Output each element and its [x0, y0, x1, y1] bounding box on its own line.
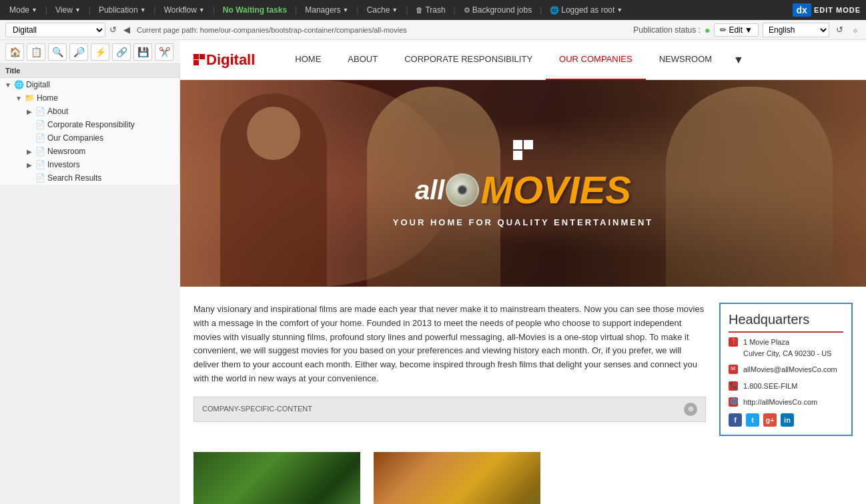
- search-tool-icon[interactable]: 🔍: [48, 43, 67, 61]
- hq-social-links: f t g+ in: [729, 413, 843, 427]
- hq-address: 1 Movie Plaza Culver City, CA 90230 - US: [743, 337, 831, 359]
- nav-newsroom[interactable]: NEWSROOM: [646, 40, 725, 80]
- sidebar-item-about[interactable]: ▶ 📄 About: [0, 105, 179, 118]
- thumbnail-1[interactable]: 6 JAN: [193, 452, 360, 505]
- site-selector[interactable]: Digitall ↺ ◀: [5, 23, 133, 37]
- refresh-button[interactable]: ↺: [107, 23, 119, 36]
- hq-title: Headquarters: [729, 312, 843, 333]
- trash-icon: 🗑: [416, 6, 423, 14]
- nav-more-button[interactable]: ▼: [725, 40, 752, 80]
- hq-phone-row[interactable]: 📞 1.800.SEE-FILM: [729, 381, 843, 392]
- managers-menu[interactable]: Managers ▼: [301, 4, 352, 16]
- hero-dvd-icon: [446, 173, 479, 207]
- nav-about[interactable]: ABOUT: [334, 40, 391, 80]
- site-dropdown[interactable]: Digitall: [5, 23, 105, 37]
- about-page-icon: 📄: [35, 107, 45, 116]
- edit-icon: ✏: [720, 25, 727, 35]
- hq-website-row[interactable]: 🌐 http://allMoviesCo.com: [729, 397, 843, 408]
- publication-menu[interactable]: Publication ▼: [95, 4, 150, 16]
- hero-pixel-1: [513, 140, 522, 149]
- sidebar-section: 🏠 📋 🔍 🔎 ⚡ 🔗 💾 ✂️ Title ▼ 🌐 Digitall ▼ 📁 …: [0, 40, 180, 504]
- hq-phone: 1.800.SEE-FILM: [743, 381, 797, 392]
- logged-user[interactable]: 🌐 Logged as root ▼: [546, 4, 626, 16]
- save-tool-icon[interactable]: 💾: [133, 43, 152, 61]
- dx-branding: dx EDIT MODE: [793, 3, 861, 17]
- thumb-2-bg: [374, 452, 540, 505]
- cache-label: Cache: [367, 5, 390, 15]
- no-waiting-tasks[interactable]: No Waiting tasks: [219, 4, 291, 16]
- person-right: [666, 87, 833, 287]
- thumbnail-row: 6 JAN 1 DEC: [180, 452, 866, 505]
- link-tool-icon[interactable]: 🔗: [112, 43, 131, 61]
- page-tool-icon[interactable]: 📋: [27, 43, 45, 61]
- thumbnail-2[interactable]: 1 DEC: [374, 452, 540, 505]
- trash-menu[interactable]: 🗑 Trash: [412, 4, 449, 16]
- lightning-tool-icon[interactable]: ⚡: [91, 43, 109, 61]
- sidebar-item-search-results[interactable]: 📄 Search Results: [0, 171, 179, 185]
- facebook-icon[interactable]: f: [729, 413, 742, 427]
- nav-home[interactable]: HOME: [282, 40, 334, 80]
- publication-status: Publication status : ● ✏ Edit ▼ English …: [633, 23, 861, 37]
- page-path: Current page path: home/our-companies/bo…: [137, 26, 629, 34]
- view-menu[interactable]: View ▼: [51, 4, 85, 16]
- user-icon: 🌐: [550, 6, 559, 15]
- lang-refresh-button[interactable]: ↺: [833, 23, 846, 36]
- content-bar-toggle[interactable]: ⊕: [684, 403, 697, 416]
- nav-our-companies[interactable]: OUR COMPANIES: [546, 40, 646, 80]
- hq-address-line2: Culver City, CA 90230 - US: [743, 348, 831, 359]
- edit-arrow: ▼: [745, 25, 753, 35]
- cache-arrow: ▼: [392, 7, 398, 13]
- our-companies-label: Our Companies: [47, 133, 103, 143]
- googleplus-icon[interactable]: g+: [763, 413, 777, 427]
- investors-page-icon: 📄: [35, 160, 45, 169]
- pub-status-label: Publication status :: [633, 25, 701, 35]
- site-header: Digitall HOME ABOUT CORPORATE RESPONSIBI…: [180, 40, 866, 80]
- home-tool-icon[interactable]: 🏠: [5, 43, 24, 61]
- zoom-tool-icon[interactable]: 🔎: [69, 43, 88, 61]
- logo-pixel-4: [199, 60, 205, 65]
- hero-brand: all MOVIES: [415, 171, 631, 209]
- edit-button[interactable]: ✏ Edit ▼: [714, 23, 759, 37]
- hq-website: http://allMoviesCo.com: [743, 397, 817, 408]
- lang-back-button[interactable]: ⬦: [850, 23, 861, 36]
- sidebar-item-digitall[interactable]: ▼ 🌐 Digitall: [0, 78, 179, 91]
- cut-tool-icon[interactable]: ✂️: [155, 43, 173, 61]
- person-left: [220, 93, 327, 287]
- background-jobs[interactable]: ⚙ Background jobs: [460, 4, 536, 16]
- corporate-page-icon: 📄: [35, 120, 45, 129]
- sidebar-item-newsroom[interactable]: ▶ 📄 Newsroom: [0, 145, 179, 158]
- body-text: Many visionary and inspirational films a…: [193, 303, 706, 386]
- logo-d: D: [206, 51, 217, 68]
- sidebar-item-our-companies[interactable]: 📄 Our Companies: [0, 131, 179, 145]
- thumb-1-bg: [193, 452, 360, 505]
- toggle-investors: ▶: [24, 161, 35, 169]
- workflow-arrow: ▼: [199, 7, 205, 13]
- pub-arrow: ▼: [140, 7, 146, 13]
- logo-pixels: [193, 54, 205, 65]
- hero-section: all MOVIES YOUR HOME FOR QUALITY ENTERTA…: [180, 80, 866, 287]
- linkedin-icon[interactable]: in: [781, 413, 794, 427]
- twitter-icon[interactable]: t: [746, 413, 759, 427]
- sidebar-item-investors[interactable]: ▶ 📄 Investors: [0, 158, 179, 171]
- nav-corporate[interactable]: CORPORATE RESPONSIBILITY: [391, 40, 546, 80]
- sidebar-item-corporate[interactable]: 📄 Corporate Responsibility: [0, 118, 179, 131]
- cache-menu[interactable]: Cache ▼: [363, 4, 402, 16]
- mode-menu[interactable]: Mode ▼: [5, 4, 41, 16]
- hq-email-icon: ✉: [729, 365, 738, 374]
- back-button[interactable]: ◀: [121, 23, 133, 36]
- view-label: View: [55, 5, 73, 15]
- our-companies-icon: 📄: [35, 133, 45, 143]
- sidebar-tree: Title ▼ 🌐 Digitall ▼ 📁 Home ▶ 📄 About 📄 …: [0, 64, 180, 185]
- view-arrow: ▼: [75, 7, 81, 13]
- sidebar-item-home[interactable]: ▼ 📁 Home: [0, 91, 179, 105]
- home-folder-icon: 📁: [24, 93, 35, 103]
- about-label: About: [47, 107, 68, 116]
- workflow-menu[interactable]: Workflow ▼: [160, 4, 209, 16]
- hq-email-row[interactable]: ✉ allMovies@allMoviesCo.com: [729, 364, 843, 375]
- pub-status-indicator: ●: [705, 25, 710, 35]
- company-bar-label: COMPANY-SPECIFIC-CONTENT: [202, 403, 312, 415]
- hero-pixel-4: [524, 151, 533, 160]
- company-content-bar[interactable]: COMPANY-SPECIFIC-CONTENT ⊕: [193, 397, 706, 422]
- workspace: 🏠 📋 🔍 🔎 ⚡ 🔗 💾 ✂️ Title ▼ 🌐 Digitall ▼ 📁 …: [0, 40, 866, 504]
- language-selector[interactable]: English: [763, 23, 829, 37]
